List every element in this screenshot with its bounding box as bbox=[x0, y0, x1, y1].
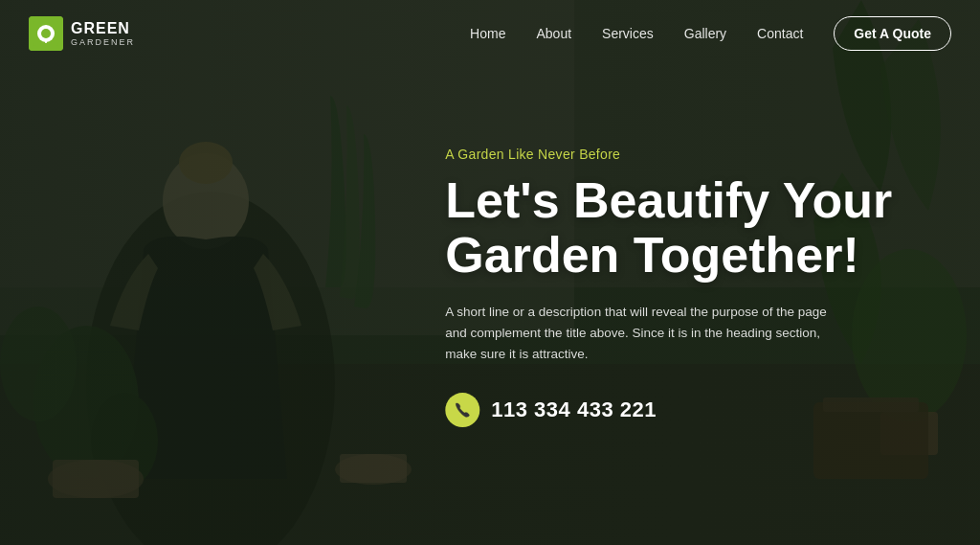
nav-about[interactable]: About bbox=[536, 26, 571, 41]
logo[interactable]: GREEN GARDENER bbox=[29, 16, 135, 51]
hero-content: A Garden Like Never Before Let's Beautif… bbox=[445, 147, 892, 427]
logo-icon bbox=[29, 16, 63, 51]
hero-title-line1: Let's Beautify Your bbox=[445, 172, 892, 228]
hero-section: GREEN GARDENER Home About Services Galle… bbox=[0, 0, 980, 545]
svg-rect-21 bbox=[45, 34, 47, 43]
nav-links: Home About Services Gallery Contact Get … bbox=[470, 16, 951, 51]
navbar: GREEN GARDENER Home About Services Galle… bbox=[0, 0, 980, 67]
logo-text: GREEN GARDENER bbox=[71, 20, 135, 47]
hero-tagline: A Garden Like Never Before bbox=[445, 147, 892, 162]
hero-title-line2: Garden Together! bbox=[445, 227, 858, 283]
hero-phone: 113 334 433 221 bbox=[445, 393, 892, 427]
nav-services[interactable]: Services bbox=[602, 26, 654, 41]
phone-number: 113 334 433 221 bbox=[491, 397, 657, 422]
get-quote-button[interactable]: Get A Quote bbox=[834, 16, 951, 51]
phone-icon bbox=[445, 393, 479, 427]
logo-name: GREEN bbox=[71, 20, 135, 37]
nav-contact[interactable]: Contact bbox=[757, 26, 803, 41]
nav-home[interactable]: Home bbox=[470, 26, 505, 41]
logo-subtitle: GARDENER bbox=[71, 37, 135, 47]
hero-description: A short line or a description that will … bbox=[445, 302, 828, 366]
hero-title: Let's Beautify Your Garden Together! bbox=[445, 173, 892, 283]
nav-gallery[interactable]: Gallery bbox=[684, 26, 726, 41]
